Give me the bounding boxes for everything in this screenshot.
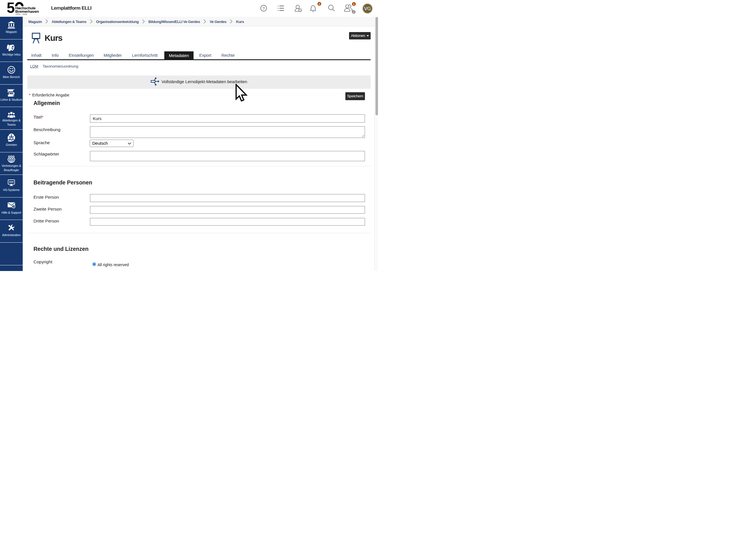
svg-text:?: ? [263, 6, 265, 11]
svg-text:VG: VG [364, 6, 371, 11]
svg-text:!: ! [300, 9, 301, 12]
svg-text:1: 1 [353, 3, 355, 6]
svg-text:2: 2 [319, 2, 320, 5]
svg-text:?: ? [13, 205, 14, 208]
svg-text:5: 5 [7, 1, 15, 16]
svg-text:1: 1 [353, 11, 354, 14]
svg-text:1975 – 2025: 1975 – 2025 [15, 13, 27, 15]
